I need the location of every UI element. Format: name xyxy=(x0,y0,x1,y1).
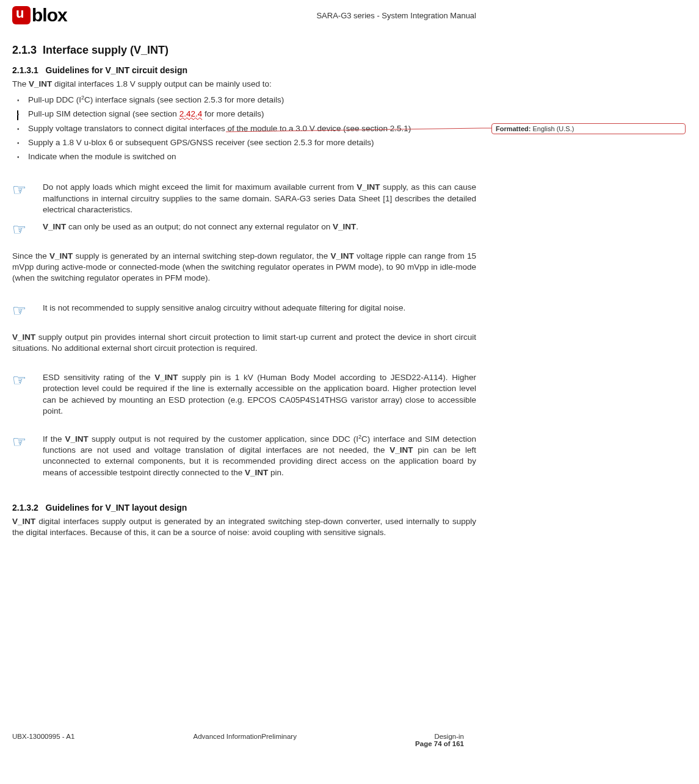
comment-connector-line xyxy=(0,0,699,760)
comment-value: English (U.S.) xyxy=(531,125,574,132)
comment-label: Formatted: xyxy=(496,125,531,132)
format-comment-bubble: Formatted: English (U.S.) xyxy=(491,123,686,134)
